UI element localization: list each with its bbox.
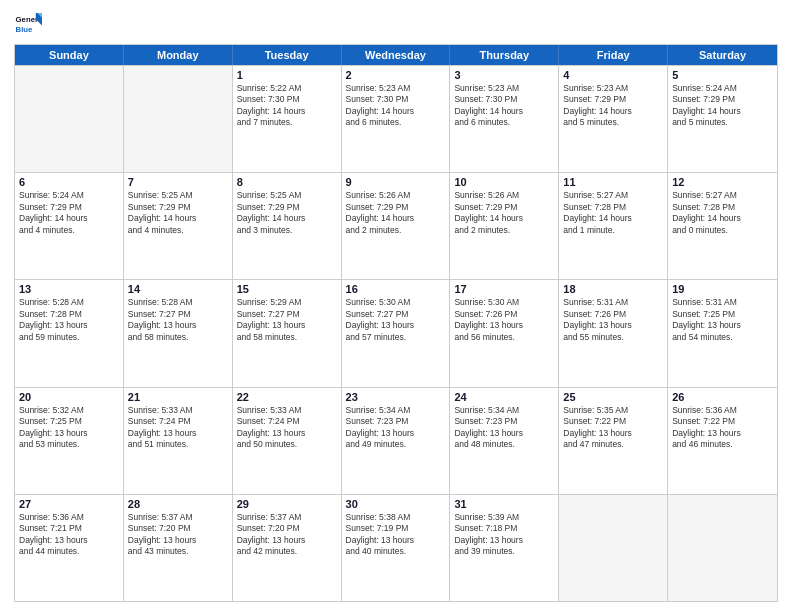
cell-info: Sunrise: 5:22 AM Sunset: 7:30 PM Dayligh… [237,83,337,129]
day-number: 26 [672,391,773,403]
day-number: 5 [672,69,773,81]
cell-info: Sunrise: 5:24 AM Sunset: 7:29 PM Dayligh… [19,190,119,236]
cell-info: Sunrise: 5:23 AM Sunset: 7:29 PM Dayligh… [563,83,663,129]
logo-icon: General Blue [14,10,42,38]
day-number: 3 [454,69,554,81]
day-number: 29 [237,498,337,510]
calendar-cell: 5Sunrise: 5:24 AM Sunset: 7:29 PM Daylig… [668,66,777,172]
cell-info: Sunrise: 5:25 AM Sunset: 7:29 PM Dayligh… [237,190,337,236]
calendar-cell: 21Sunrise: 5:33 AM Sunset: 7:24 PM Dayli… [124,388,233,494]
logo: General Blue [14,10,44,38]
cell-info: Sunrise: 5:39 AM Sunset: 7:18 PM Dayligh… [454,512,554,558]
calendar-cell: 9Sunrise: 5:26 AM Sunset: 7:29 PM Daylig… [342,173,451,279]
calendar-cell: 1Sunrise: 5:22 AM Sunset: 7:30 PM Daylig… [233,66,342,172]
day-number: 31 [454,498,554,510]
day-number: 2 [346,69,446,81]
day-number: 21 [128,391,228,403]
cell-info: Sunrise: 5:36 AM Sunset: 7:22 PM Dayligh… [672,405,773,451]
day-number: 10 [454,176,554,188]
calendar-cell [559,495,668,601]
calendar-cell: 14Sunrise: 5:28 AM Sunset: 7:27 PM Dayli… [124,280,233,386]
calendar-cell: 19Sunrise: 5:31 AM Sunset: 7:25 PM Dayli… [668,280,777,386]
cell-info: Sunrise: 5:38 AM Sunset: 7:19 PM Dayligh… [346,512,446,558]
header-day-sunday: Sunday [15,45,124,65]
page: General Blue SundayMondayTuesdayWednesda… [0,0,792,612]
calendar-cell [668,495,777,601]
day-number: 4 [563,69,663,81]
calendar-cell: 12Sunrise: 5:27 AM Sunset: 7:28 PM Dayli… [668,173,777,279]
header-day-monday: Monday [124,45,233,65]
calendar-cell: 8Sunrise: 5:25 AM Sunset: 7:29 PM Daylig… [233,173,342,279]
cell-info: Sunrise: 5:26 AM Sunset: 7:29 PM Dayligh… [454,190,554,236]
header-day-saturday: Saturday [668,45,777,65]
cell-info: Sunrise: 5:28 AM Sunset: 7:27 PM Dayligh… [128,297,228,343]
cell-info: Sunrise: 5:30 AM Sunset: 7:26 PM Dayligh… [454,297,554,343]
day-number: 8 [237,176,337,188]
cell-info: Sunrise: 5:30 AM Sunset: 7:27 PM Dayligh… [346,297,446,343]
day-number: 22 [237,391,337,403]
day-number: 19 [672,283,773,295]
cell-info: Sunrise: 5:34 AM Sunset: 7:23 PM Dayligh… [454,405,554,451]
calendar-cell: 16Sunrise: 5:30 AM Sunset: 7:27 PM Dayli… [342,280,451,386]
cell-info: Sunrise: 5:36 AM Sunset: 7:21 PM Dayligh… [19,512,119,558]
calendar-row-4: 27Sunrise: 5:36 AM Sunset: 7:21 PM Dayli… [15,494,777,601]
calendar-cell [124,66,233,172]
cell-info: Sunrise: 5:29 AM Sunset: 7:27 PM Dayligh… [237,297,337,343]
calendar-cell: 15Sunrise: 5:29 AM Sunset: 7:27 PM Dayli… [233,280,342,386]
cell-info: Sunrise: 5:31 AM Sunset: 7:26 PM Dayligh… [563,297,663,343]
cell-info: Sunrise: 5:33 AM Sunset: 7:24 PM Dayligh… [237,405,337,451]
cell-info: Sunrise: 5:31 AM Sunset: 7:25 PM Dayligh… [672,297,773,343]
calendar-cell: 23Sunrise: 5:34 AM Sunset: 7:23 PM Dayli… [342,388,451,494]
calendar-cell: 24Sunrise: 5:34 AM Sunset: 7:23 PM Dayli… [450,388,559,494]
header-day-wednesday: Wednesday [342,45,451,65]
calendar-cell [15,66,124,172]
day-number: 9 [346,176,446,188]
cell-info: Sunrise: 5:27 AM Sunset: 7:28 PM Dayligh… [563,190,663,236]
calendar-row-1: 6Sunrise: 5:24 AM Sunset: 7:29 PM Daylig… [15,172,777,279]
day-number: 25 [563,391,663,403]
day-number: 17 [454,283,554,295]
header-day-tuesday: Tuesday [233,45,342,65]
calendar-cell: 13Sunrise: 5:28 AM Sunset: 7:28 PM Dayli… [15,280,124,386]
calendar-cell: 27Sunrise: 5:36 AM Sunset: 7:21 PM Dayli… [15,495,124,601]
calendar-header: SundayMondayTuesdayWednesdayThursdayFrid… [15,45,777,65]
calendar-cell: 31Sunrise: 5:39 AM Sunset: 7:18 PM Dayli… [450,495,559,601]
calendar-row-0: 1Sunrise: 5:22 AM Sunset: 7:30 PM Daylig… [15,65,777,172]
calendar-cell: 10Sunrise: 5:26 AM Sunset: 7:29 PM Dayli… [450,173,559,279]
header: General Blue [14,10,778,38]
cell-info: Sunrise: 5:28 AM Sunset: 7:28 PM Dayligh… [19,297,119,343]
calendar-cell: 18Sunrise: 5:31 AM Sunset: 7:26 PM Dayli… [559,280,668,386]
day-number: 18 [563,283,663,295]
cell-info: Sunrise: 5:34 AM Sunset: 7:23 PM Dayligh… [346,405,446,451]
calendar-cell: 4Sunrise: 5:23 AM Sunset: 7:29 PM Daylig… [559,66,668,172]
calendar-cell: 20Sunrise: 5:32 AM Sunset: 7:25 PM Dayli… [15,388,124,494]
day-number: 15 [237,283,337,295]
calendar-cell: 17Sunrise: 5:30 AM Sunset: 7:26 PM Dayli… [450,280,559,386]
day-number: 16 [346,283,446,295]
svg-text:Blue: Blue [16,25,34,34]
calendar-cell: 11Sunrise: 5:27 AM Sunset: 7:28 PM Dayli… [559,173,668,279]
day-number: 23 [346,391,446,403]
calendar-cell: 25Sunrise: 5:35 AM Sunset: 7:22 PM Dayli… [559,388,668,494]
calendar-cell: 30Sunrise: 5:38 AM Sunset: 7:19 PM Dayli… [342,495,451,601]
cell-info: Sunrise: 5:37 AM Sunset: 7:20 PM Dayligh… [237,512,337,558]
day-number: 30 [346,498,446,510]
day-number: 11 [563,176,663,188]
calendar-row-3: 20Sunrise: 5:32 AM Sunset: 7:25 PM Dayli… [15,387,777,494]
day-number: 24 [454,391,554,403]
cell-info: Sunrise: 5:33 AM Sunset: 7:24 PM Dayligh… [128,405,228,451]
calendar-row-2: 13Sunrise: 5:28 AM Sunset: 7:28 PM Dayli… [15,279,777,386]
calendar-cell: 22Sunrise: 5:33 AM Sunset: 7:24 PM Dayli… [233,388,342,494]
header-day-friday: Friday [559,45,668,65]
cell-info: Sunrise: 5:23 AM Sunset: 7:30 PM Dayligh… [346,83,446,129]
cell-info: Sunrise: 5:26 AM Sunset: 7:29 PM Dayligh… [346,190,446,236]
cell-info: Sunrise: 5:35 AM Sunset: 7:22 PM Dayligh… [563,405,663,451]
day-number: 28 [128,498,228,510]
calendar: SundayMondayTuesdayWednesdayThursdayFrid… [14,44,778,602]
cell-info: Sunrise: 5:27 AM Sunset: 7:28 PM Dayligh… [672,190,773,236]
calendar-cell: 7Sunrise: 5:25 AM Sunset: 7:29 PM Daylig… [124,173,233,279]
calendar-cell: 28Sunrise: 5:37 AM Sunset: 7:20 PM Dayli… [124,495,233,601]
calendar-cell: 3Sunrise: 5:23 AM Sunset: 7:30 PM Daylig… [450,66,559,172]
day-number: 7 [128,176,228,188]
day-number: 1 [237,69,337,81]
